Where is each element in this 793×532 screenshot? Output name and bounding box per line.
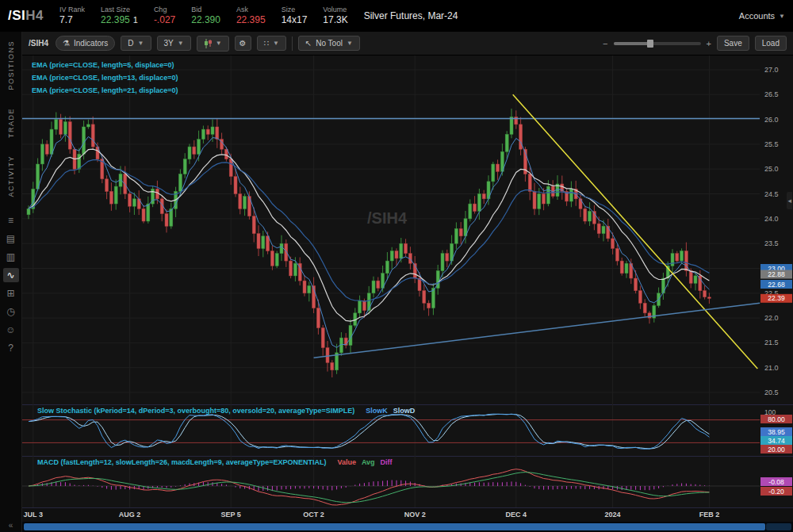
scrollbar-handle[interactable] [24,523,765,530]
slider-handle[interactable] [647,40,653,48]
chart-toolbar: /SIH4 ⚗ Indicators D ▼ 3Y ▼ ▼ [22,32,793,55]
trendline[interactable] [314,303,760,358]
timeframe-value: D [128,39,133,48]
x-axis-label: NOV 2 [404,511,426,519]
collapse-panel-icon[interactable]: ◂ [787,192,792,209]
range-value: 3Y [164,39,174,48]
stat-label: Chg [154,6,175,14]
svg-text:20.00: 20.00 [768,446,785,454]
symbol-contract: H4 [25,8,44,23]
chevron-down-icon: ▼ [347,40,353,47]
macd-title: MACD (fastLength=12, slowLength=26, macd… [37,458,326,466]
drawing-set-dropdown[interactable]: ∷ ▼ [257,36,286,51]
legend-item: Diff [381,458,393,466]
indicators-button[interactable]: ⚗ Indicators [56,36,115,51]
users-icon[interactable]: ☺ [3,323,19,337]
study-label-ema13[interactable]: EMA (price=CLOSE, length=13, displace=0) [32,74,178,82]
toolbar-symbol-label[interactable]: /SIH4 [29,39,48,48]
stochastic-label[interactable]: Slow Stochastic (kPeriod=14, dPeriod=3, … [32,407,415,415]
stochastic-legend: SlowKSlowD [360,407,415,415]
svg-text:20.5: 20.5 [764,388,779,396]
svg-text:22.68: 22.68 [768,281,785,289]
svg-text:27.0: 27.0 [764,66,779,74]
chart-watermark: /SIH4 [367,209,408,227]
list-icon[interactable]: ≡ [3,213,19,228]
sidebar-tab-trade[interactable]: TRADE [7,99,15,147]
x-axis-label: AUG 2 [119,511,141,519]
accounts-dropdown[interactable]: Accounts ▼ [739,11,785,21]
stat-value: 7.7 [59,14,85,26]
svg-text:25.5: 25.5 [764,140,779,148]
macd-label[interactable]: MACD (fastLength=12, slowLength=26, macd… [32,458,393,466]
chart-stack: 27.026.526.025.525.024.524.023.523.022.5… [22,55,793,507]
axis-bubble: 22.68 [760,280,792,289]
study-label-ema21[interactable]: EMA (price=CLOSE, length=21, displace=0) [32,86,178,94]
svg-text:38.95: 38.95 [768,428,785,436]
stat-label: Size [282,6,308,14]
chevron-down-icon: ▼ [138,40,144,47]
svg-text:22.39: 22.39 [768,294,785,302]
time-zoom-slider[interactable] [614,42,701,45]
grid-icon[interactable]: ▥ [3,250,19,264]
x-axis-label: JUL 3 [24,511,43,519]
accounts-label: Accounts [739,11,775,21]
load-button[interactable]: Load [755,36,787,51]
clock-icon[interactable]: ◷ [3,304,19,319]
chart-style-dropdown[interactable]: ▼ [197,36,229,52]
axis-bubble: -0.20 [760,487,792,496]
trendline[interactable] [513,94,758,369]
svg-text:-0.20: -0.20 [768,488,784,496]
range-dropdown[interactable]: 3Y ▼ [157,36,191,51]
svg-text:23.5: 23.5 [764,239,779,247]
svg-text:21.0: 21.0 [764,364,779,372]
study-label-ema5[interactable]: EMA (price=CLOSE, length=5, displace=0) [32,61,174,69]
stat-iv-rank: IV Rank 7.7 [59,6,85,26]
svg-text:80.00: 80.00 [768,415,785,423]
cursor-icon: ↖ [305,39,312,48]
chart-settings-button[interactable]: ⚙ [235,36,251,51]
slider-fill [614,42,650,45]
legend-item: Value [337,458,356,466]
stat-change: Chg -.027 [154,6,175,26]
zoom-out-button[interactable]: − [603,39,607,48]
zoom-in-button[interactable]: + [707,39,711,48]
svg-text:-0.08: -0.08 [768,478,784,486]
symbol[interactable]: /SIH4 [8,8,44,24]
chart-workspace: /SIH4 ⚗ Indicators D ▼ 3Y ▼ ▼ [22,32,793,532]
stat-label: IV Rank [59,6,85,14]
stat-value: -.027 [154,14,175,26]
price-chart[interactable]: 27.026.526.025.525.024.524.023.523.022.5… [22,55,793,404]
save-button[interactable]: Save [717,36,749,51]
sidebar-tab-activity[interactable]: ACTIVITY [7,147,15,206]
stat-label: Volume [323,6,347,14]
stat-value: 14x17 [282,14,308,26]
macd-legend: ValueAvgDiff [331,458,392,466]
svg-text:22.0: 22.0 [764,314,779,322]
chevron-down-icon: ▼ [178,40,184,47]
chart-icon[interactable]: ∿ [3,268,19,282]
svg-text:26.0: 26.0 [764,116,779,124]
dashboard-icon[interactable]: ⊞ [3,286,19,300]
active-tool-dropdown[interactable]: ↖ No Tool ▼ [298,36,360,51]
stat-label: Ask [236,6,266,14]
svg-text:21.5: 21.5 [764,339,779,346]
svg-text:22.88: 22.88 [768,270,785,278]
chart-scrollbar[interactable] [22,522,793,532]
svg-text:24.0: 24.0 [764,215,779,223]
toolbar-divider [292,36,293,51]
stat-volume: Volume 17.3K [323,6,347,26]
chevron-down-icon: ▼ [273,40,279,47]
x-axis-label: 2024 [605,511,621,519]
sidebar: POSITIONS TRADE ACTIVITY ≡ ▤ ▥ ∿ ⊞ ◷ ☺ ?… [0,32,22,532]
help-icon[interactable]: ? [3,341,19,355]
svg-text:25.0: 25.0 [764,165,779,173]
timeframe-dropdown[interactable]: D ▼ [121,36,151,51]
collapse-sidebar-icon[interactable]: « [9,521,13,530]
drawing-tools-icon: ∷ [264,39,269,48]
axis-bubble: 20.00 [760,445,792,454]
watchlist-icon[interactable]: ▤ [3,232,19,246]
sidebar-tab-positions[interactable]: POSITIONS [7,32,15,99]
trading-platform: /SIH4 IV Rank 7.7 Last Size 22.3951 Chg … [0,0,793,532]
ema-lines [29,134,709,347]
stat-label: Last Size [101,6,138,14]
